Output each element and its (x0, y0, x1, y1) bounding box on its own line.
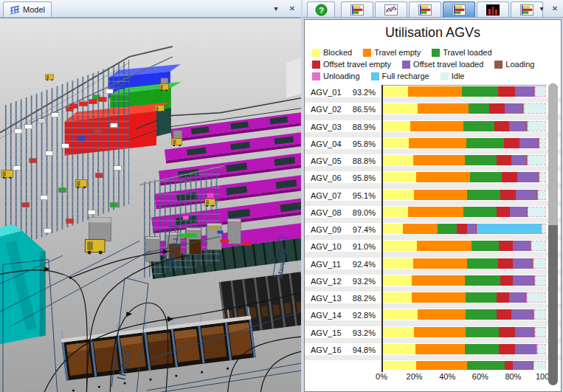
utilisation-bar (381, 309, 546, 320)
bar-segment-offset-travel-empty (457, 224, 467, 234)
line-chart-icon (384, 4, 398, 16)
bar-segment-offset-travel-loaded (509, 292, 525, 303)
legend-swatch (312, 72, 320, 80)
bar-segment-travel-empty (408, 86, 462, 97)
legend-row: Offset travel emptyOffset travel loadedL… (312, 58, 558, 70)
help-tab[interactable]: ? (307, 1, 335, 17)
legend-label: Travel empty (374, 48, 421, 57)
bar-segment-travel-loaded (467, 361, 505, 370)
bar-segment-blocked (381, 258, 413, 269)
utilisation-bar (381, 292, 546, 303)
agv-utilisation-value: 95.8% (349, 137, 381, 148)
agv-utilisation-value: 92.4% (349, 258, 381, 269)
legend-item: Travel loaded (432, 48, 491, 57)
chart-close-button[interactable]: ✕ (549, 3, 561, 15)
utilisation-bar (381, 361, 546, 370)
bar-segment-blocked (381, 121, 410, 131)
bar-segment-offset-travel-loaded (467, 224, 476, 234)
chart-panel: ? ▾ ✕ Utilisation AGVs BlockedTravel emp… (303, 0, 563, 392)
scrollbar-thumb[interactable] (548, 83, 558, 225)
agv-utilisation-value: 92.8% (349, 309, 381, 320)
x-tick-label: 0% (376, 372, 387, 381)
bar-segment-travel-loaded (467, 190, 500, 200)
legend-swatch (494, 61, 502, 69)
bar-segment-travel-loaded (466, 292, 497, 303)
legend-item: Offset travel loaded (402, 60, 483, 69)
bar-segment-blocked (381, 207, 408, 217)
legend-label: Full recharge (382, 72, 429, 80)
help-icon: ? (315, 4, 328, 16)
agv-row: AGV_1192.4% (305, 258, 561, 275)
utilisation-bar (381, 224, 546, 234)
model-close-button[interactable]: ✕ (286, 3, 298, 15)
utilisation-bar (381, 138, 546, 148)
utilisation-bar (381, 344, 546, 354)
legend-row: BlockedTravel emptyTravel loaded (312, 47, 558, 58)
bar-segment-travel-loaded (472, 241, 499, 251)
legend-row: UnloadingFull rechargeIdle (312, 70, 558, 82)
bar-segment-blocked (381, 361, 416, 370)
bar-segment-offset-travel-loaded (513, 361, 533, 370)
agv-utilisation-value: 94.8% (349, 343, 381, 354)
legend-swatch (312, 61, 320, 69)
agv-label (311, 360, 349, 362)
utilisation-chart: Utilisation AGVs BlockedTravel emptyTrav… (304, 19, 562, 392)
bar-segment-blocked (381, 292, 412, 303)
bar-segment-blocked (381, 190, 414, 200)
utilisation-bar (381, 258, 546, 269)
bar-segment-travel-loaded (465, 155, 497, 165)
chart-scrollbar[interactable] (548, 83, 558, 385)
chart-legend: BlockedTravel emptyTravel loadedOffset t… (312, 47, 558, 82)
agv-row: AGV_0286.5% (305, 103, 561, 120)
agv-label: AGV_14 (311, 309, 349, 320)
model-menu-button[interactable]: ▾ (270, 3, 282, 15)
bar-segment-blocked (381, 327, 414, 337)
legend-label: Unloading (323, 72, 360, 80)
model-3d-viewport[interactable]: Input Manual 1 Manual 2 (0, 18, 301, 392)
bar-segment-travel-empty (415, 344, 465, 354)
chart-tabstrip: ? ▾ ✕ (303, 0, 563, 18)
bar-segment-offset-travel-empty (500, 275, 513, 286)
agv-label: AGV_15 (311, 326, 349, 337)
tab-model-label: Model (23, 5, 45, 14)
agv-label: AGV_10 (311, 240, 349, 251)
chart-tab-5[interactable] (477, 1, 509, 17)
bar-segment-offset-travel-loaded (515, 327, 533, 337)
bar-segment-blocked (381, 344, 415, 354)
utilisation-bar (381, 172, 546, 182)
agv-utilisation-value: 89.0% (349, 206, 381, 217)
utilisation-bar (381, 207, 546, 217)
hbar-chart-icon (452, 4, 466, 16)
bar-segment-idle (539, 172, 546, 182)
legend-label: Loading (505, 60, 534, 69)
bar-segment-travel-loaded (469, 103, 489, 114)
bar-segment-offset-travel-empty (500, 190, 516, 200)
agv-utilisation-value (349, 360, 381, 362)
chart-tab-3[interactable] (409, 1, 441, 17)
bar-segment-offset-travel-empty (504, 138, 519, 148)
legend-swatch (432, 49, 440, 57)
legend-swatch (402, 61, 410, 69)
chart-menu-button[interactable]: ▾ (536, 3, 548, 15)
agv-row: AGV_0388.9% (305, 120, 561, 137)
chart-tab-1[interactable] (341, 1, 373, 17)
bar-segment-blocked (381, 309, 418, 320)
chart-tab-4[interactable] (443, 1, 475, 17)
bar-segment-idle (542, 224, 546, 234)
bar-segment-blocked (381, 275, 412, 286)
bar-segment-idle (533, 258, 546, 269)
chart-tab-2[interactable] (375, 1, 407, 17)
agv-row: AGV_1091.0% (305, 240, 561, 257)
agv-row: AGV_1694.8% (305, 343, 561, 360)
bar-segment-idle (527, 292, 546, 303)
agv-row: AGV_0193.2% (305, 86, 561, 103)
tab-model[interactable]: Model (3, 1, 52, 17)
vbar-dark-chart-icon (486, 4, 500, 16)
agv-label: AGV_04 (311, 137, 349, 148)
bar-segment-travel-empty (414, 190, 467, 200)
bar-segment-offset-travel-loaded (505, 103, 522, 114)
bar-segment-travel-empty (413, 258, 467, 269)
bar-segment-offset-travel-loaded (513, 275, 533, 286)
utilisation-bar (381, 327, 546, 337)
bar-segment-idle (528, 207, 546, 217)
